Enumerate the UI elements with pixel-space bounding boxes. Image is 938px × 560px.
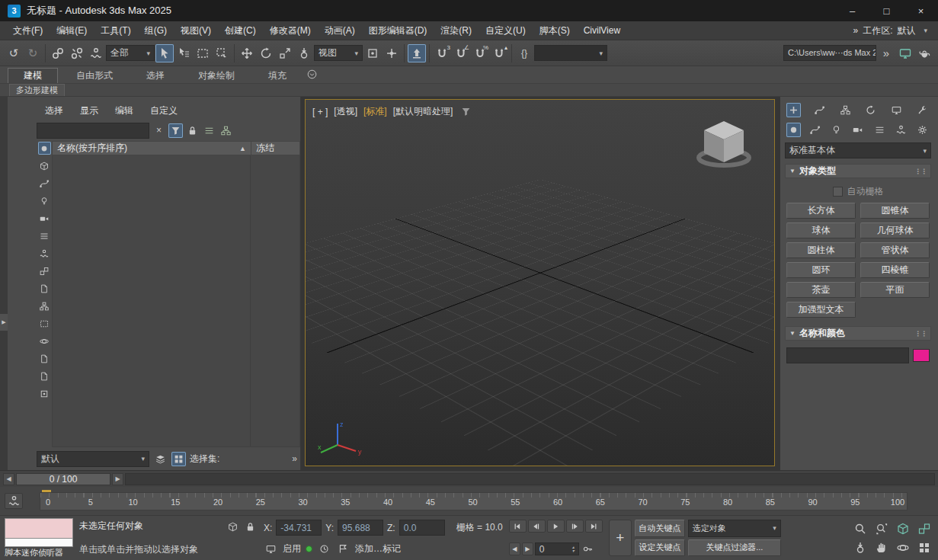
close-button[interactable]: × bbox=[904, 0, 938, 21]
z-coordinate-field[interactable]: 0.0 bbox=[399, 520, 445, 536]
render-setup-icon[interactable] bbox=[915, 44, 933, 62]
pyramid-button[interactable]: 四棱锥 bbox=[860, 262, 930, 278]
name-color-rollout-header[interactable]: ▼ 名称和颜色 ⋮⋮ bbox=[785, 326, 931, 341]
menu-animation[interactable]: 动画(A) bbox=[318, 21, 362, 40]
menu-overflow-icon[interactable]: » bbox=[853, 25, 858, 36]
menu-create[interactable]: 创建(C) bbox=[218, 21, 263, 40]
menu-civilview[interactable]: CivilView bbox=[577, 21, 627, 40]
x-coordinate-field[interactable]: -34.731 bbox=[276, 520, 322, 536]
sync-selection-icon[interactable] bbox=[202, 123, 216, 138]
keyboard-shortcut-override-icon[interactable] bbox=[408, 44, 426, 62]
utilities-tab-icon[interactable] bbox=[915, 103, 930, 117]
menu-graph-editors[interactable]: 图形编辑器(D) bbox=[362, 21, 434, 40]
spinner-snap-icon[interactable]: ▴ bbox=[490, 44, 508, 62]
display-lights-icon[interactable] bbox=[38, 194, 51, 207]
menu-modifiers[interactable]: 修改器(M) bbox=[263, 21, 318, 40]
key-step-back-button[interactable]: ◀ bbox=[509, 542, 520, 555]
percent-snap-icon[interactable]: % bbox=[471, 44, 489, 62]
geometry-category-icon[interactable] bbox=[786, 123, 801, 137]
text-plus-button[interactable]: 加强型文本 bbox=[786, 302, 856, 318]
name-column-header[interactable]: 名称(按升序排序) ▲ bbox=[53, 142, 251, 155]
maximize-button[interactable]: □ bbox=[869, 0, 904, 21]
viewport-label-filter-icon[interactable] bbox=[459, 104, 473, 119]
time-step-back-button[interactable]: ◀ bbox=[3, 473, 14, 485]
autogrid-checkbox[interactable] bbox=[833, 187, 843, 197]
explorer-menu-display[interactable]: 显示 bbox=[72, 104, 107, 117]
display-materials-icon[interactable] bbox=[38, 334, 51, 347]
menu-edit[interactable]: 编辑(E) bbox=[50, 21, 94, 40]
geometry-subcategory-dropdown[interactable]: 标准基本体 ▾ bbox=[785, 142, 931, 158]
display-shapes-icon[interactable] bbox=[38, 177, 51, 190]
systems-category-icon[interactable] bbox=[915, 123, 930, 137]
lock-cell-editing-icon[interactable] bbox=[185, 123, 200, 138]
spacewarps-category-icon[interactable] bbox=[894, 123, 908, 137]
perspective-viewport[interactable]: [ + ] [透视] [标准] [默认明暗处理] bbox=[305, 99, 775, 466]
display-xrefs-icon[interactable] bbox=[38, 282, 51, 295]
display-bones-icon[interactable] bbox=[38, 299, 51, 312]
previous-frame-button[interactable] bbox=[528, 520, 546, 533]
add-time-tag-label[interactable]: 添加…标记 bbox=[355, 542, 401, 555]
hierarchy-tab-icon[interactable] bbox=[838, 103, 853, 117]
named-selection-sets-dropdown[interactable]: ▾ bbox=[534, 45, 607, 61]
select-by-name-icon[interactable] bbox=[174, 44, 193, 62]
select-object-icon[interactable] bbox=[155, 44, 174, 62]
explorer-menu-select[interactable]: 选择 bbox=[37, 104, 72, 117]
zoom-icon[interactable] bbox=[850, 520, 870, 537]
key-filter-mode-dropdown[interactable]: 选定对象 ▾ bbox=[688, 520, 781, 537]
sphere-button[interactable]: 球体 bbox=[786, 222, 856, 238]
explorer-layers-icon[interactable] bbox=[153, 452, 168, 466]
ribbon-tab-modeling[interactable]: 建模 bbox=[8, 68, 58, 83]
set-keys-button[interactable]: + bbox=[609, 520, 632, 556]
explorer-grid-mode-icon[interactable] bbox=[171, 452, 186, 466]
explorer-preset-dropdown[interactable]: 默认 ▾ bbox=[37, 451, 149, 467]
viewport-pov-menu[interactable]: [透视] bbox=[334, 105, 357, 118]
select-and-link-icon[interactable] bbox=[49, 44, 67, 62]
field-of-view-icon[interactable] bbox=[850, 539, 870, 556]
ribbon-tab-freeform[interactable]: 自由形式 bbox=[61, 68, 128, 83]
geosphere-button[interactable]: 几何球体 bbox=[860, 222, 930, 238]
explorer-collapse-handle[interactable]: ▶ bbox=[0, 314, 8, 331]
ribbon-tab-populate[interactable]: 填充 bbox=[253, 68, 302, 83]
mini-curve-editor-icon[interactable] bbox=[5, 493, 23, 509]
snap-toggle-3d-icon[interactable]: 3 bbox=[433, 44, 451, 62]
explorer-search-input[interactable] bbox=[37, 123, 149, 139]
key-mode-toggle-icon[interactable] bbox=[581, 542, 595, 556]
selection-region-icon[interactable] bbox=[194, 44, 212, 62]
ribbon-tab-selection[interactable]: 选择 bbox=[131, 68, 180, 83]
unlink-selection-icon[interactable] bbox=[68, 44, 86, 62]
current-frame-field[interactable]: 0 ▴▾ bbox=[535, 542, 579, 555]
rendered-frame-window-icon[interactable] bbox=[896, 44, 914, 62]
next-frame-button[interactable] bbox=[566, 520, 584, 533]
display-spacewarps-icon[interactable] bbox=[38, 247, 51, 260]
auto-key-button[interactable]: 自动关键点 bbox=[635, 520, 685, 537]
zoom-all-views-icon[interactable] bbox=[872, 520, 892, 537]
modify-tab-icon[interactable] bbox=[812, 103, 827, 117]
explorer-object-list[interactable] bbox=[52, 155, 300, 447]
display-tab-icon[interactable] bbox=[889, 103, 904, 117]
menu-scripting[interactable]: 脚本(S) bbox=[533, 21, 577, 40]
expand-all-icon[interactable] bbox=[38, 352, 51, 365]
menu-views[interactable]: 视图(V) bbox=[174, 21, 218, 40]
box-button[interactable]: 长方体 bbox=[786, 203, 856, 219]
column-chooser-icon[interactable] bbox=[219, 123, 233, 138]
go-to-end-button[interactable] bbox=[585, 520, 603, 533]
display-geometry-icon[interactable] bbox=[38, 159, 51, 172]
tube-button[interactable]: 管状体 bbox=[860, 242, 930, 258]
select-and-scale-icon[interactable] bbox=[276, 44, 294, 62]
object-name-input[interactable] bbox=[786, 347, 909, 363]
select-and-move-icon[interactable] bbox=[238, 44, 256, 62]
zoom-extents-all-icon[interactable] bbox=[914, 520, 934, 537]
pin-explorer-icon[interactable] bbox=[38, 387, 51, 400]
cylinder-button[interactable]: 圆柱体 bbox=[786, 242, 856, 258]
selection-lock-icon[interactable] bbox=[243, 520, 258, 534]
teapot-button[interactable]: 茶壶 bbox=[786, 282, 856, 298]
play-animation-button[interactable] bbox=[547, 520, 565, 533]
viewport-shading-menu[interactable]: [默认明暗处理] bbox=[393, 105, 453, 118]
pan-view-icon[interactable] bbox=[872, 539, 892, 556]
create-tab-icon[interactable] bbox=[786, 103, 801, 117]
collapse-all-icon[interactable] bbox=[38, 370, 51, 382]
go-to-start-button[interactable] bbox=[509, 520, 527, 533]
track-bar-ruler[interactable]: 0 5 10 15 20 25 30 35 40 45 50 55 60 65 … bbox=[40, 492, 908, 510]
display-cameras-icon[interactable] bbox=[38, 212, 51, 225]
explorer-menu-edit[interactable]: 编辑 bbox=[107, 104, 142, 117]
